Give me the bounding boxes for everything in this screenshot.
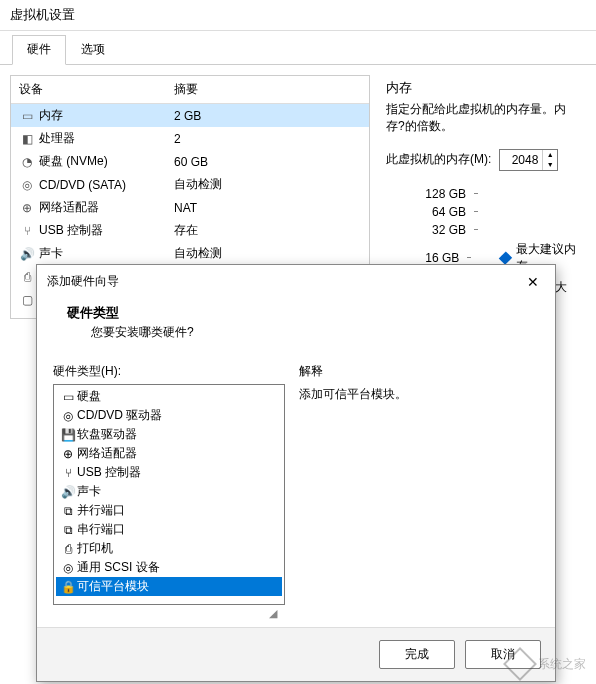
hwtype-item[interactable]: ⊕网络适配器 [56, 444, 282, 463]
device-row[interactable]: ⊕网络适配器NAT [11, 196, 369, 219]
dialog-title: 添加硬件向导 [47, 273, 119, 290]
hwtype-item-label: 声卡 [77, 483, 101, 500]
device-name: CD/DVD (SATA) [39, 178, 174, 192]
spin-up-icon[interactable]: ▲ [543, 150, 557, 160]
memory-title: 内存 [386, 79, 578, 97]
memory-input-wrapper: ▲ ▼ [499, 149, 558, 171]
add-hardware-dialog: 添加硬件向导 ✕ 硬件类型 您要安装哪类硬件? 硬件类型(H): ▭硬盘◎CD/… [36, 264, 556, 682]
hwtype-item[interactable]: ⑂USB 控制器 [56, 463, 282, 482]
cddvd-icon: ◎ [59, 409, 77, 423]
serial-icon: ⧉ [59, 523, 77, 537]
sound-icon: 🔊 [19, 247, 35, 261]
hwtype-item[interactable]: 🔊声卡 [56, 482, 282, 501]
device-summary: 自动检测 [174, 176, 361, 193]
device-name: USB 控制器 [39, 222, 174, 239]
hwtype-item-label: 网络适配器 [77, 445, 137, 462]
hwtype-item[interactable]: ⧉串行端口 [56, 520, 282, 539]
tab-options[interactable]: 选项 [66, 35, 120, 64]
hwtype-item-label: 硬盘 [77, 388, 101, 405]
header-summary: 摘要 [174, 81, 361, 98]
network-icon: ⊕ [59, 447, 77, 461]
device-summary: 2 [174, 132, 361, 146]
hwtype-item[interactable]: ▭硬盘 [56, 387, 282, 406]
disk-icon: ◔ [19, 155, 35, 169]
memory-spinner: ▲ ▼ [542, 150, 557, 170]
tpm-icon: 🔒 [59, 580, 77, 594]
printer-icon: ⎙ [19, 270, 35, 284]
hwtype-item-label: 打印机 [77, 540, 113, 557]
memory-label: 此虚拟机的内存(M): [386, 151, 491, 168]
device-row[interactable]: ▭内存2 GB [11, 104, 369, 127]
parallel-icon: ⧉ [59, 504, 77, 518]
marker-icon [499, 251, 512, 264]
explain-label: 解释 [299, 363, 539, 380]
hwtype-item[interactable]: ⎙打印机 [56, 539, 282, 558]
usb-icon: ⑂ [19, 224, 35, 238]
memory-icon: ▭ [19, 109, 35, 123]
hwtype-item-label: 软盘驱动器 [77, 426, 137, 443]
device-summary: NAT [174, 201, 361, 215]
cddvd-icon: ◎ [19, 178, 35, 192]
disk-icon: ▭ [59, 390, 77, 404]
hwtype-item-label: 可信平台模块 [77, 578, 149, 595]
device-row[interactable]: ◧处理器2 [11, 127, 369, 150]
watermark: 系统之家 [508, 652, 586, 676]
floppy-icon: 💾 [59, 428, 77, 442]
device-name: 处理器 [39, 130, 174, 147]
device-summary: 2 GB [174, 109, 361, 123]
watermark-logo-icon [503, 647, 537, 681]
window-title: 虚拟机设置 [0, 0, 596, 31]
device-summary: 自动检测 [174, 245, 361, 262]
device-name: 声卡 [39, 245, 174, 262]
device-name: 内存 [39, 107, 174, 124]
devices-header: 设备 摘要 [11, 76, 369, 104]
cpu-icon: ◧ [19, 132, 35, 146]
device-summary: 存在 [174, 222, 361, 239]
hwtype-label: 硬件类型(H): [53, 363, 285, 380]
hwtype-item-label: CD/DVD 驱动器 [77, 407, 162, 424]
header-device: 设备 [19, 81, 174, 98]
dialog-header: 硬件类型 [67, 304, 525, 322]
device-row[interactable]: ◎CD/DVD (SATA)自动检测 [11, 173, 369, 196]
printer-icon: ⎙ [59, 542, 77, 556]
close-icon[interactable]: ✕ [521, 274, 545, 290]
hwtype-item[interactable]: 💾软盘驱动器 [56, 425, 282, 444]
device-row[interactable]: ◔硬盘 (NVMe)60 GB [11, 150, 369, 173]
hwtype-item-label: USB 控制器 [77, 464, 141, 481]
usb-icon: ⑂ [59, 466, 77, 480]
resize-grip-icon[interactable]: ◢ [269, 607, 281, 619]
hwtype-item-label: 并行端口 [77, 502, 125, 519]
tab-hardware[interactable]: 硬件 [12, 35, 66, 65]
hwtype-item[interactable]: ◎CD/DVD 驱动器 [56, 406, 282, 425]
display-icon: ▢ [19, 293, 35, 307]
memory-desc: 指定分配给此虚拟机的内存量。内存?的倍数。 [386, 101, 578, 135]
device-row[interactable]: 🔊声卡自动检测 [11, 242, 369, 265]
network-icon: ⊕ [19, 201, 35, 215]
hwtype-item-label: 通用 SCSI 设备 [77, 559, 160, 576]
hwtype-item[interactable]: ⧉并行端口 [56, 501, 282, 520]
device-name: 硬盘 (NVMe) [39, 153, 174, 170]
sound-icon: 🔊 [59, 485, 77, 499]
spin-down-icon[interactable]: ▼ [543, 160, 557, 170]
hwtype-list[interactable]: ▭硬盘◎CD/DVD 驱动器💾软盘驱动器⊕网络适配器⑂USB 控制器🔊声卡⧉并行… [53, 384, 285, 605]
hwtype-item[interactable]: 🔒可信平台模块 [56, 577, 282, 596]
hwtype-item[interactable]: ◎通用 SCSI 设备 [56, 558, 282, 577]
scsi-icon: ◎ [59, 561, 77, 575]
device-name: 网络适配器 [39, 199, 174, 216]
dialog-subheader: 您要安装哪类硬件? [67, 324, 525, 341]
hwtype-item-label: 串行端口 [77, 521, 125, 538]
tabs: 硬件 选项 [0, 35, 596, 65]
device-summary: 60 GB [174, 155, 361, 169]
explain-text: 添加可信平台模块。 [299, 386, 539, 403]
device-row[interactable]: ⑂USB 控制器存在 [11, 219, 369, 242]
finish-button[interactable]: 完成 [379, 640, 455, 669]
memory-input[interactable] [500, 150, 542, 170]
